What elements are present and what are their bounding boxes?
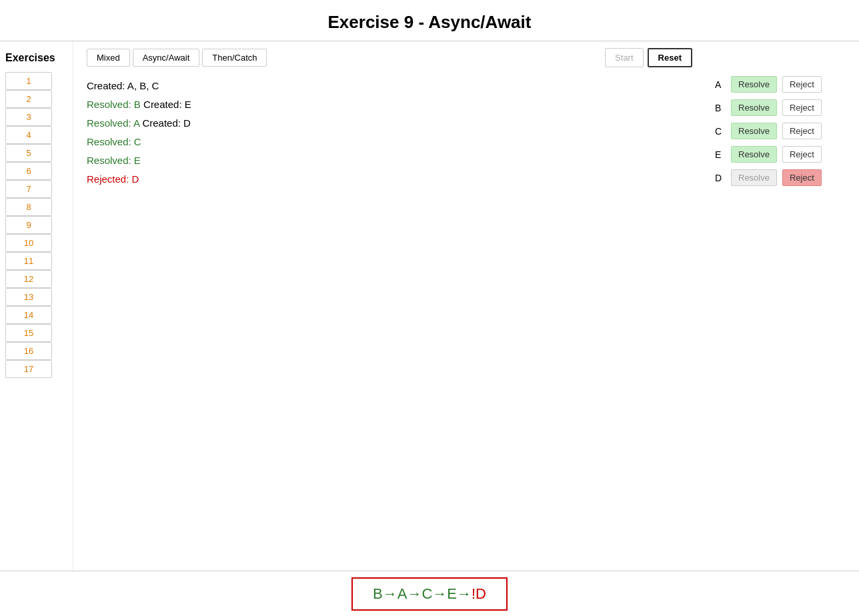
top-bar: Mixed Async/Await Then/Catch Start Reset — [87, 48, 692, 67]
promise-row-b: BResolveReject — [715, 99, 850, 116]
resolve-button-c[interactable]: Resolve — [731, 123, 777, 139]
sidebar-item-7[interactable]: 7 — [5, 180, 52, 198]
promise-label-a: A — [715, 79, 726, 90]
sidebar-item-9[interactable]: 9 — [5, 216, 52, 234]
log-entry-2: Resolved: A Created: D — [87, 115, 692, 131]
log-entry-0: Created: A, B, C — [87, 78, 692, 94]
resolve-button-e[interactable]: Resolve — [731, 146, 777, 163]
promise-row-e: EResolveReject — [715, 146, 850, 163]
filter-async-await-button[interactable]: Async/Await — [133, 49, 200, 67]
page-title: Exercise 9 - Async/Await — [0, 0, 859, 41]
log-text: Created: A, B, C — [87, 80, 159, 91]
sidebar-item-17[interactable]: 17 — [5, 360, 52, 378]
result-arrow-4: → — [457, 585, 472, 603]
log-text: Resolved: C — [87, 136, 141, 147]
reject-button-a[interactable]: Reject — [782, 76, 822, 93]
resolve-button-b[interactable]: Resolve — [731, 99, 777, 116]
sidebar-item-6[interactable]: 6 — [5, 162, 52, 180]
log-text: Created: E — [141, 99, 191, 110]
log-text: Resolved: B — [87, 99, 141, 110]
log-entry-1: Resolved: B Created: E — [87, 97, 692, 113]
start-button[interactable]: Start — [605, 48, 643, 67]
bottom-bar: B → A → C → E → !D — [0, 571, 859, 614]
log-text: Resolved: A — [87, 117, 139, 129]
result-c: C — [421, 585, 432, 603]
result-e: E — [447, 585, 457, 603]
reset-button[interactable]: Reset — [648, 48, 692, 67]
promise-label-c: C — [715, 126, 726, 137]
sidebar-item-15[interactable]: 15 — [5, 324, 52, 342]
reject-button-d[interactable]: Reject — [782, 169, 822, 186]
resolve-button-a[interactable]: Resolve — [731, 76, 777, 93]
promise-label-b: B — [715, 103, 726, 113]
filter-mixed-button[interactable]: Mixed — [87, 49, 130, 67]
promise-row-d: DResolveReject — [715, 169, 850, 186]
result-arrow-2: → — [407, 585, 421, 603]
reject-button-e[interactable]: Reject — [782, 146, 822, 163]
right-panel: AResolveRejectBResolveRejectCResolveReje… — [706, 41, 859, 614]
reject-button-b[interactable]: Reject — [782, 99, 822, 116]
log-entry-5: Rejected: D — [87, 171, 692, 187]
log-area: Created: A, B, CResolved: B Created: ERe… — [87, 78, 692, 187]
log-text: Created: D — [139, 117, 191, 129]
log-entry-3: Resolved: C — [87, 134, 692, 150]
promise-label-e: E — [715, 149, 726, 160]
result-b: B — [373, 585, 383, 603]
sidebar-item-16[interactable]: 16 — [5, 342, 52, 360]
log-text: Rejected: D — [87, 173, 139, 185]
sidebar-item-4[interactable]: 4 — [5, 126, 52, 144]
log-text: Resolved: E — [87, 155, 141, 166]
sidebar-label: Exercises — [5, 48, 67, 69]
sidebar: Exercises 1234567891011121314151617 — [0, 41, 73, 614]
result-d: !D — [472, 585, 486, 603]
content-area: Mixed Async/Await Then/Catch Start Reset… — [73, 41, 706, 614]
sidebar-item-2[interactable]: 2 — [5, 90, 52, 108]
log-entry-4: Resolved: E — [87, 153, 692, 169]
promise-row-c: CResolveReject — [715, 123, 850, 139]
promise-row-a: AResolveReject — [715, 76, 850, 93]
result-arrow-3: → — [432, 585, 447, 603]
sidebar-item-3[interactable]: 3 — [5, 108, 52, 126]
sidebar-item-12[interactable]: 12 — [5, 270, 52, 288]
sidebar-item-14[interactable]: 14 — [5, 306, 52, 324]
reject-button-c[interactable]: Reject — [782, 123, 822, 139]
sidebar-item-1[interactable]: 1 — [5, 72, 52, 90]
sidebar-item-8[interactable]: 8 — [5, 198, 52, 216]
filter-then-catch-button[interactable]: Then/Catch — [202, 49, 267, 67]
result-arrow-1: → — [383, 585, 397, 603]
sidebar-item-11[interactable]: 11 — [5, 252, 52, 270]
sidebar-item-5[interactable]: 5 — [5, 144, 52, 162]
sidebar-item-13[interactable]: 13 — [5, 288, 52, 306]
promise-label-d: D — [715, 173, 726, 183]
result-a: A — [397, 585, 407, 603]
action-buttons: Start Reset — [605, 48, 692, 67]
resolve-button-d[interactable]: Resolve — [731, 169, 777, 186]
filter-buttons: Mixed Async/Await Then/Catch — [87, 49, 267, 67]
sidebar-item-10[interactable]: 10 — [5, 234, 52, 252]
result-box: B → A → C → E → !D — [351, 577, 508, 611]
